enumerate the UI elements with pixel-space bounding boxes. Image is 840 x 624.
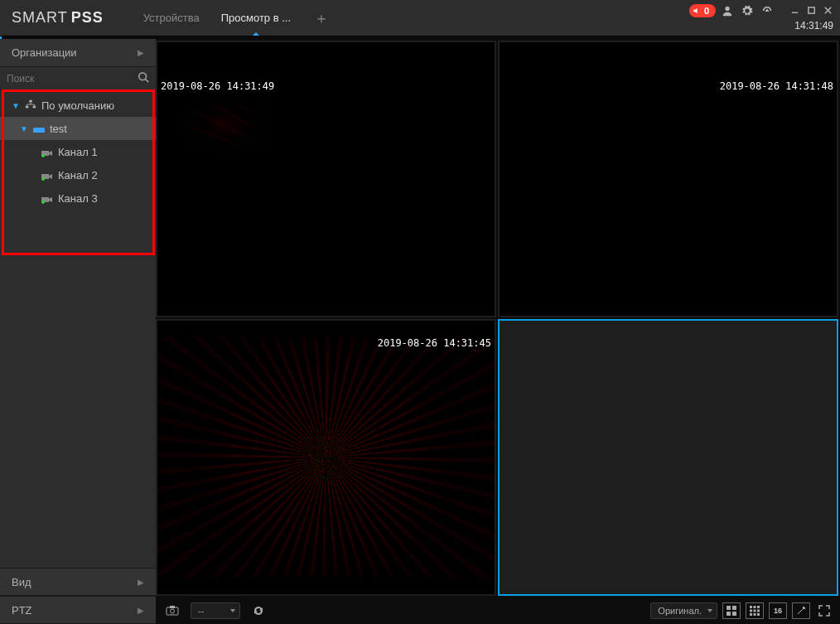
- caret-down-icon: ▼: [12, 101, 20, 110]
- letterbox: [157, 578, 495, 594]
- svg-rect-30: [750, 613, 752, 616]
- layout-9-button[interactable]: [746, 602, 764, 619]
- video-timestamp: 2019-08-26 14:31:45: [378, 337, 491, 349]
- clock: 14:31:49: [794, 18, 840, 31]
- main-tabs: Устройства Просмотр в ... ＋: [137, 2, 337, 34]
- active-tab-indicator: [253, 32, 259, 36]
- sidebar-section-ptz-label: PTZ: [12, 604, 32, 617]
- svg-point-5: [139, 72, 147, 80]
- svg-point-14: [41, 177, 45, 181]
- speaker-icon: [693, 3, 701, 18]
- main-viewer: 2019-08-26 14:31:49 2019-08-26 14:31:48 …: [156, 39, 840, 624]
- search-input[interactable]: [7, 73, 138, 85]
- svg-rect-23: [732, 612, 736, 616]
- video-feed: [157, 321, 495, 594]
- svg-rect-22: [727, 612, 731, 616]
- chevron-right-icon: ▶: [138, 578, 144, 587]
- tree-root-label: По умолчанию: [41, 99, 114, 112]
- user-icon[interactable]: [719, 2, 736, 19]
- layout-custom-button[interactable]: [792, 602, 810, 619]
- svg-rect-20: [727, 606, 731, 610]
- stream-select-value: --: [198, 606, 204, 616]
- tree-channel-3[interactable]: Канал 3: [0, 186, 156, 210]
- sidebar-section-ptz[interactable]: PTZ ▶: [0, 596, 156, 624]
- settings-icon[interactable]: [739, 2, 756, 19]
- video-timestamp: 2019-08-26 14:31:48: [720, 80, 833, 92]
- search-icon[interactable]: [138, 71, 149, 86]
- svg-point-0: [725, 6, 729, 10]
- svg-rect-8: [26, 105, 29, 108]
- sidebar-section-organizations[interactable]: Организации ▶: [0, 39, 156, 67]
- sidebar-spacer: [0, 213, 156, 568]
- maximize-button[interactable]: [804, 3, 818, 18]
- device-tree: ▼ По умолчанию ▼ test Канал 1 Канал 2: [0, 90, 156, 213]
- titlebar-right: 0 14:31:49: [689, 0, 840, 36]
- svg-line-6: [146, 79, 149, 82]
- svg-point-12: [41, 154, 45, 157]
- letterbox: [157, 278, 495, 316]
- tree-device-test[interactable]: ▼ test: [0, 117, 156, 140]
- sidebar-section-org-label: Организации: [12, 46, 77, 59]
- title-bar: SMART PSS Устройства Просмотр в ... ＋ 0 …: [0, 0, 840, 36]
- alarm-count: 0: [704, 6, 709, 16]
- video-cell-1[interactable]: 2019-08-26 14:31:49: [156, 41, 496, 317]
- tab-devices[interactable]: Устройства: [137, 2, 206, 34]
- svg-rect-25: [754, 606, 756, 608]
- aspect-ratio-select[interactable]: Оригинал.: [650, 602, 717, 619]
- alarm-badge[interactable]: 0: [689, 4, 716, 17]
- svg-rect-10: [33, 128, 45, 133]
- layout-4-button[interactable]: [722, 602, 741, 619]
- chevron-right-icon: ▶: [138, 606, 144, 615]
- aspect-value: Оригинал.: [658, 606, 702, 616]
- bottom-toolbar: -- Оригинал. 16: [156, 597, 840, 624]
- tree-channel-2[interactable]: Канал 2: [0, 163, 156, 186]
- svg-rect-24: [750, 606, 752, 608]
- app-logo: SMART PSS: [12, 9, 104, 27]
- refresh-button[interactable]: [249, 602, 268, 620]
- fullscreen-button[interactable]: [815, 602, 833, 619]
- layout-16-label: 16: [774, 607, 782, 615]
- minimize-button[interactable]: [787, 3, 802, 18]
- logo-text-a: SMART: [12, 9, 68, 27]
- channel-label: Канал 2: [58, 169, 98, 181]
- sidebar: Организации ▶ ▼ По умолчанию ▼ test: [0, 39, 156, 624]
- svg-point-18: [171, 609, 175, 613]
- tab-live-view-label: Просмотр в ...: [221, 12, 291, 24]
- sidebar-section-view[interactable]: Вид ▶: [0, 568, 156, 596]
- svg-rect-19: [170, 606, 175, 608]
- video-cell-2[interactable]: 2019-08-26 14:31:48: [498, 41, 838, 317]
- video-cell-4-empty[interactable]: [498, 319, 838, 596]
- svg-rect-29: [757, 610, 760, 612]
- svg-rect-26: [757, 606, 760, 608]
- video-cell-3[interactable]: 2019-08-26 14:31:45: [156, 319, 496, 596]
- org-icon: [25, 99, 36, 112]
- svg-rect-2: [808, 7, 813, 13]
- tree-channel-1[interactable]: Канал 1: [0, 140, 156, 163]
- sidebar-section-view-label: Вид: [12, 576, 31, 588]
- caret-down-icon: ▼: [20, 124, 28, 133]
- svg-rect-21: [732, 606, 736, 610]
- svg-point-16: [41, 201, 45, 204]
- gauge-icon[interactable]: [759, 2, 775, 19]
- search-row: [0, 67, 156, 90]
- layout-16-button[interactable]: 16: [769, 602, 787, 619]
- svg-rect-32: [757, 613, 760, 616]
- tree-root-default[interactable]: ▼ По умолчанию: [0, 94, 156, 117]
- letterbox: [500, 42, 837, 80]
- video-timestamp: 2019-08-26 14:31:49: [161, 80, 274, 92]
- snapshot-all-button[interactable]: [162, 602, 182, 620]
- bottom-right-controls: Оригинал. 16: [650, 602, 833, 619]
- device-tree-wrap: ▼ По умолчанию ▼ test Канал 1 Канал 2: [0, 90, 156, 213]
- letterbox: [500, 278, 837, 316]
- channel-label: Канал 3: [58, 192, 98, 205]
- add-tab-button[interactable]: ＋: [306, 8, 337, 28]
- svg-rect-7: [29, 99, 32, 102]
- letterbox: [157, 321, 495, 337]
- svg-rect-27: [750, 610, 752, 612]
- chevron-right-icon: ▶: [138, 48, 144, 57]
- stream-select[interactable]: --: [191, 602, 240, 619]
- svg-rect-9: [33, 105, 36, 108]
- close-button[interactable]: [820, 3, 835, 18]
- camera-icon: [41, 171, 53, 179]
- tab-live-view[interactable]: Просмотр в ...: [215, 2, 297, 34]
